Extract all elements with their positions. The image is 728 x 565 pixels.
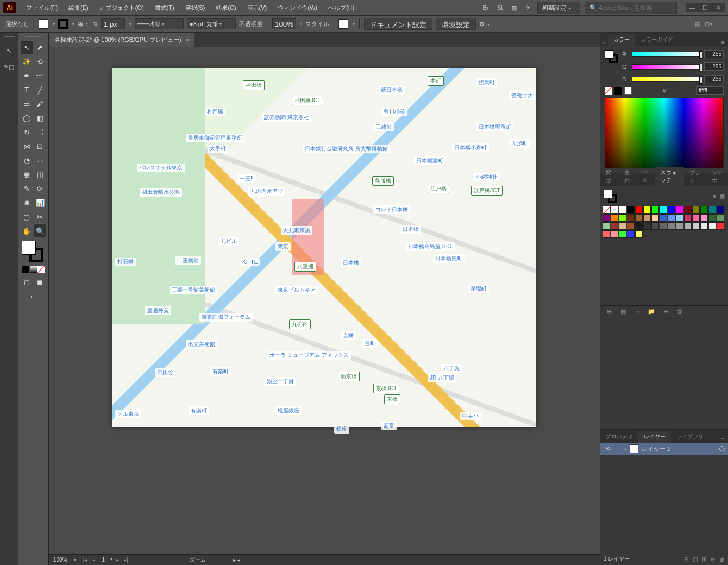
preferences-button[interactable]: 環境設定	[436, 18, 476, 30]
tab-color-guide[interactable]: カラーガイド	[635, 34, 679, 46]
mesh-tool[interactable]: ▦	[21, 168, 33, 181]
swatch-17[interactable]	[635, 214, 643, 222]
channel-G-value[interactable]	[704, 62, 724, 71]
zoom-tool[interactable]: 🔍	[34, 224, 47, 237]
pen-tool[interactable]: ✒	[21, 69, 33, 82]
swatch-42[interactable]	[717, 222, 724, 230]
scale-tool[interactable]: ⛶	[34, 125, 47, 139]
tab-symbols[interactable]: シンボ	[706, 167, 728, 186]
eyedropper-tool[interactable]: ✎	[21, 182, 33, 195]
selection-tool[interactable]: ↖	[21, 41, 33, 54]
document-tab[interactable]: 名称未設定-2* @ 100% (RGB/GPU プレビュー) ×	[49, 33, 194, 47]
swatch-46[interactable]	[627, 230, 635, 238]
swatch-30[interactable]	[619, 222, 626, 230]
swatch-7[interactable]	[676, 206, 683, 214]
swatch-18[interactable]	[643, 214, 651, 222]
mini-properties-icon[interactable]: ✎▢	[4, 61, 15, 72]
canvas[interactable]: 神田橋神田橋JCT本町新日本橋読売新聞 東京本社豊川稲荷三越前将門塚パレスホテル…	[112, 68, 536, 427]
swatch-34[interactable]	[651, 222, 659, 230]
align-icon[interactable]: ▦	[695, 21, 700, 28]
swatch-28[interactable]	[603, 222, 610, 230]
width-tool[interactable]: ⋈	[21, 140, 33, 153]
swatch-35[interactable]	[660, 222, 667, 230]
swatch-5[interactable]	[660, 206, 667, 214]
swatch-10[interactable]	[700, 206, 708, 214]
menu-window[interactable]: ウィンドウ(W)	[272, 2, 323, 14]
swatch-23[interactable]	[684, 214, 692, 222]
swatch-13[interactable]	[603, 214, 610, 222]
new-layer-icon[interactable]: ⊕	[711, 556, 715, 562]
layers-menu-icon[interactable]: ≡	[718, 436, 728, 443]
menu-icon[interactable]: ☰	[717, 21, 723, 28]
close-button[interactable]: ✕	[712, 3, 725, 12]
free-transform-tool[interactable]: ⊡	[34, 140, 47, 153]
swatch-grid-icon[interactable]: ▦	[719, 193, 725, 200]
tab-align[interactable]: 整列	[619, 167, 637, 186]
none-mode[interactable]	[37, 266, 45, 273]
rectangle-tool[interactable]: ▭	[21, 97, 33, 110]
shaper-tool[interactable]: ◯	[21, 111, 33, 124]
transform-icon[interactable]: ⊞▾	[705, 21, 713, 28]
swatch-43[interactable]	[603, 230, 610, 238]
menu-file[interactable]: ファイル(F)	[21, 2, 63, 14]
swatch-31[interactable]	[627, 222, 635, 230]
graph-tool[interactable]: 📊	[34, 196, 47, 209]
swatch-6[interactable]	[668, 206, 675, 214]
new-sublayer-icon[interactable]: ⊞	[702, 556, 706, 562]
swatch-new-icon[interactable]: ⊕	[661, 308, 670, 315]
swatch-8[interactable]	[684, 206, 692, 214]
prev-artboard-button[interactable]: ◂	[90, 557, 98, 563]
channel-R-value[interactable]	[704, 50, 724, 58]
layer-row[interactable]: 👁 › レイヤー 1	[600, 443, 728, 455]
brush-select[interactable]: ● 3 pt. 丸筆 ▾	[187, 18, 236, 29]
layer-target-icon[interactable]	[719, 446, 725, 451]
swatch-47[interactable]	[635, 230, 643, 238]
minimize-button[interactable]: —	[686, 3, 699, 12]
swatch-26[interactable]	[708, 214, 716, 222]
swatch-lib-icon[interactable]: ⊞	[605, 308, 613, 315]
visibility-icon[interactable]: 👁	[604, 445, 611, 453]
hand-tool[interactable]: ✋	[21, 224, 33, 237]
slice-tool[interactable]: ✂	[34, 210, 47, 223]
swatch-0[interactable]	[619, 206, 626, 214]
stroke-profile-select[interactable]: ━━━ 均等 ▾	[135, 18, 184, 29]
stock-icon[interactable]: St	[495, 3, 505, 12]
hex-input[interactable]	[696, 86, 724, 95]
direct-selection-tool[interactable]: ⬈	[34, 41, 47, 54]
swatch-27[interactable]	[717, 214, 724, 222]
menu-select[interactable]: 選択(S)	[180, 2, 211, 14]
bridge-icon[interactable]: Br	[481, 3, 491, 12]
swatch-12[interactable]	[717, 206, 724, 214]
blend-tool[interactable]: ⟳	[34, 182, 47, 195]
layer-name[interactable]: レイヤー 1	[642, 445, 670, 453]
stroke-width-input[interactable]	[101, 18, 125, 29]
last-artboard-button[interactable]: ▸|	[122, 557, 130, 563]
magic-wand-tool[interactable]: ✨	[21, 55, 33, 68]
swatch-25[interactable]	[700, 214, 708, 222]
tab-libraries[interactable]: ライブラリ	[671, 431, 709, 443]
swatch-45[interactable]	[619, 230, 626, 238]
channel-G-slider[interactable]	[632, 64, 701, 70]
channel-R-slider[interactable]	[632, 52, 701, 57]
swatch-44[interactable]	[611, 230, 618, 238]
rotate-tool[interactable]: ↻	[21, 125, 33, 139]
swatch-options-icon[interactable]: ⊡	[633, 308, 642, 315]
tab-color[interactable]: カラー	[608, 34, 635, 46]
swatch-3[interactable]	[643, 206, 651, 214]
tab-properties[interactable]: プロパティ	[600, 431, 638, 443]
opacity-input[interactable]	[272, 18, 296, 29]
swatch-19[interactable]	[651, 214, 659, 222]
color-fill-stroke[interactable]	[605, 50, 618, 63]
channel-B-slider[interactable]	[632, 77, 701, 82]
tab-brushes[interactable]: ブラシ	[684, 167, 706, 186]
swatch-14[interactable]	[611, 214, 618, 222]
line-tool[interactable]: ╱	[34, 83, 47, 96]
lasso-tool[interactable]: ⟲	[34, 55, 47, 68]
swatch-20[interactable]	[660, 214, 667, 222]
document-setup-button[interactable]: ドキュメント設定	[364, 18, 432, 30]
tab-swatches[interactable]: スウォッチ	[655, 167, 685, 186]
tab-layers[interactable]: レイヤー	[638, 431, 671, 443]
menu-edit[interactable]: 編集(E)	[63, 2, 94, 14]
tab-pathfinder[interactable]: パス	[637, 167, 655, 186]
swatch-40[interactable]	[700, 222, 708, 230]
